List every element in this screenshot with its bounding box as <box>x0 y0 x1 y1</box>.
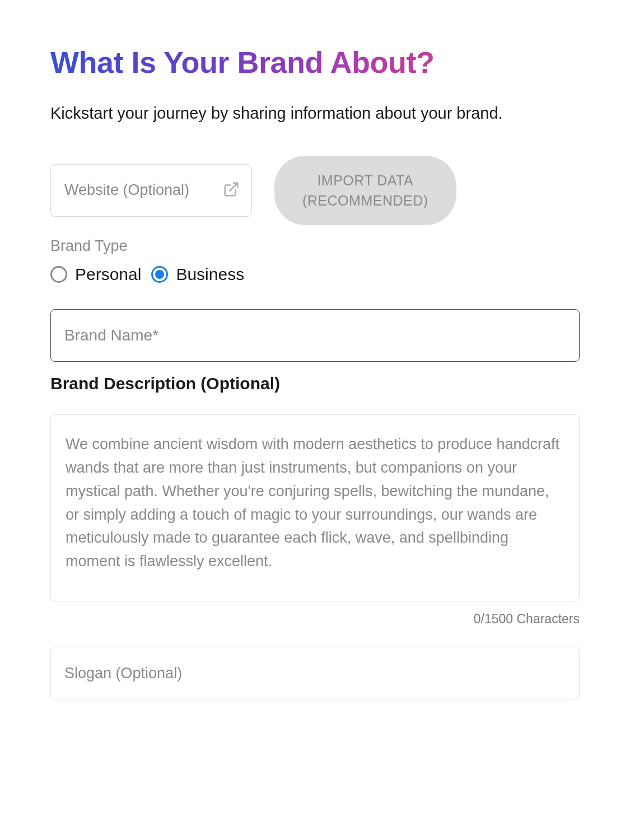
radio-circle-icon <box>50 266 67 283</box>
website-input[interactable] <box>50 164 252 217</box>
brand-description-heading: Brand Description (Optional) <box>50 374 580 393</box>
character-counter: 0/1500 Characters <box>50 612 580 627</box>
radio-circle-icon <box>151 266 168 283</box>
svg-line-0 <box>230 183 238 191</box>
radio-business[interactable]: Business <box>151 265 244 284</box>
page-subtitle: Kickstart your journey by sharing inform… <box>50 102 580 125</box>
brand-name-input[interactable] <box>50 309 580 362</box>
radio-label-personal: Personal <box>75 265 141 284</box>
import-data-button[interactable]: IMPORT DATA (RECOMMENDED) <box>274 156 456 226</box>
brand-type-radio-group: Personal Business <box>50 265 580 284</box>
external-link-icon <box>223 181 240 200</box>
website-import-row: IMPORT DATA (RECOMMENDED) <box>50 156 580 226</box>
radio-label-business: Business <box>176 265 244 284</box>
radio-personal[interactable]: Personal <box>50 265 141 284</box>
radio-dot-icon <box>155 270 164 279</box>
website-input-wrapper <box>50 164 252 217</box>
brand-description-textarea[interactable] <box>50 414 580 601</box>
brand-type-label: Brand Type <box>50 237 580 255</box>
page-title: What Is Your Brand About? <box>50 45 580 80</box>
slogan-input[interactable] <box>50 647 580 699</box>
import-button-line2: (RECOMMENDED) <box>302 193 428 208</box>
import-button-line1: IMPORT DATA <box>317 172 413 188</box>
